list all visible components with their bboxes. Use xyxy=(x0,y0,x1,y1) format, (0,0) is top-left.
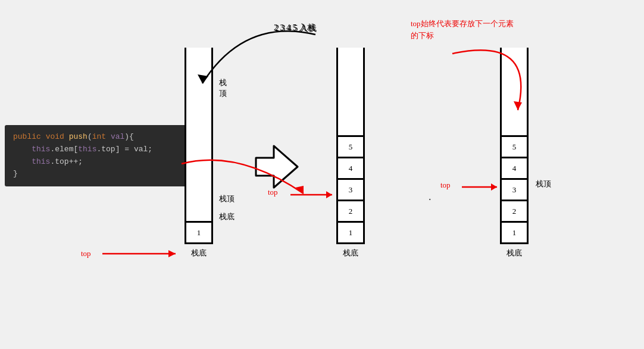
stack1-top-word: top xyxy=(81,249,91,258)
stack1-cell-1: 1 xyxy=(186,221,211,242)
svg-marker-3 xyxy=(295,186,304,194)
stack3-zhanDing: 栈顶 xyxy=(536,179,551,189)
svg-marker-2 xyxy=(256,146,298,188)
stack3-top-word: top xyxy=(440,180,451,190)
stack3-bottom-label: 栈底 xyxy=(500,248,529,258)
stack1-bottom-label: 栈底 xyxy=(191,248,207,258)
main-canvas: public void push(int val){ this.elem[thi… xyxy=(0,0,644,349)
stack2-container: 5 4 3 2 1 栈底 xyxy=(336,48,365,258)
stack3-container: 5 4 3 2 1 栈底 xyxy=(500,48,529,258)
stack2-top-word: top xyxy=(268,188,278,197)
top-desc: top始终代表要存放下一个元素 的下标 xyxy=(411,18,514,41)
svg-marker-4 xyxy=(326,191,332,198)
stack1-zhanDi: 栈底 xyxy=(219,211,235,222)
stack1-zhanDing: 栈顶 xyxy=(219,194,235,204)
svg-marker-5 xyxy=(491,183,497,191)
svg-marker-7 xyxy=(168,250,176,257)
stack1-container: 1 栈底 栈顶 xyxy=(185,48,213,258)
stack2-bottom-label: 栈底 xyxy=(336,248,365,258)
code-block: public void push(int val){ this.elem[thi… xyxy=(5,125,207,186)
stack1-top-label: 栈顶 xyxy=(219,77,227,99)
push-annotation: 2 3 4 5 入栈 xyxy=(274,23,315,33)
